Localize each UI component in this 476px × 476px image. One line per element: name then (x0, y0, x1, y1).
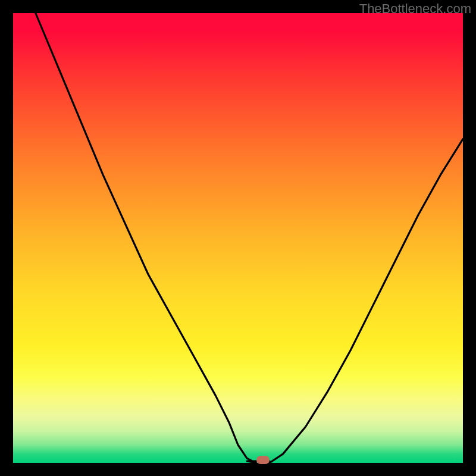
chart-stage: TheBottleneck.com (0, 0, 476, 476)
watermark-text: TheBottleneck.com (359, 1, 471, 17)
curve-layer (13, 13, 463, 463)
optimal-point-marker (256, 456, 270, 464)
bottleneck-curve (36, 13, 463, 463)
